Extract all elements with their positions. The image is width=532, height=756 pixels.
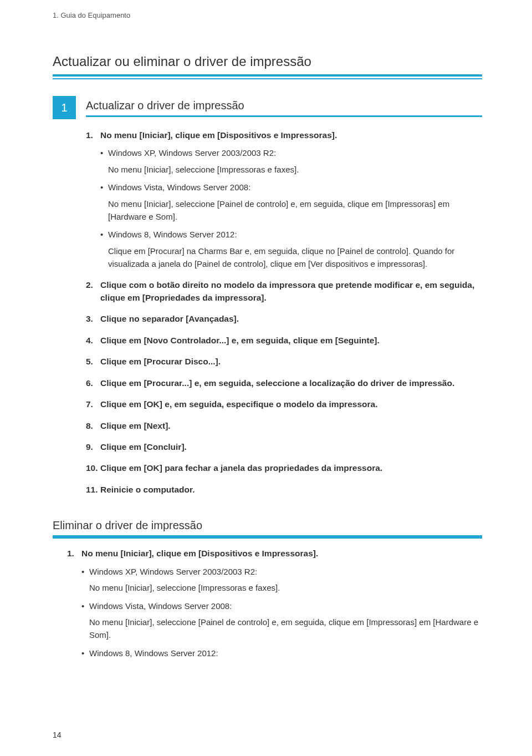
step-7: 7. Clique em [OK] e, em seguida, especif… xyxy=(86,398,482,410)
bullet-vista: •Windows Vista, Windows Server 2008: No … xyxy=(100,181,482,223)
s2-bullet-win8: •Windows 8, Windows Server 2012: xyxy=(81,647,482,660)
chapter-badge: 1 xyxy=(53,96,76,119)
bullet-label: Windows 8, Windows Server 2012: xyxy=(108,229,482,241)
step-text: Clique com o botão direito no modelo da … xyxy=(100,279,482,304)
section2-content: 1. No menu [Iniciar], clique em [Disposi… xyxy=(67,547,482,659)
bullet-body: No menu [Iniciar], seleccione [Painel de… xyxy=(108,197,482,224)
s2-bullet-vista: •Windows Vista, Windows Server 2008: No … xyxy=(81,600,482,642)
bullet-winxp: •Windows XP, Windows Server 2003/2003 R2… xyxy=(100,147,482,176)
step-num: 2. xyxy=(86,279,100,304)
step-9: 9. Clique em [Concluir]. xyxy=(86,441,482,453)
bullet-label: Windows 8, Windows Server 2012: xyxy=(89,647,482,660)
breadcrumb: 1. Guia do Equipamento xyxy=(53,11,482,19)
step-text: Clique em [Procurar...] e, em seguida, s… xyxy=(100,377,482,389)
step-text: Clique em [Novo Controlador...] e, em se… xyxy=(100,334,482,347)
bullet-body: No menu [Iniciar], seleccione [Painel de… xyxy=(89,616,482,642)
bullet-body: No menu [Iniciar], seleccione [Impressor… xyxy=(89,581,482,594)
step-2: 2. Clique com o botão direito no modelo … xyxy=(86,279,482,304)
section1-content: 1. No menu [Iniciar], clique em [Disposi… xyxy=(86,129,482,496)
bullet-icon: • xyxy=(81,566,89,579)
bullet-icon: • xyxy=(81,600,89,613)
s2-bullet-winxp: •Windows XP, Windows Server 2003/2003 R2… xyxy=(81,566,482,595)
step-num: 5. xyxy=(86,356,100,368)
step-num: 7. xyxy=(86,398,100,410)
page-title: Actualizar ou eliminar o driver de impre… xyxy=(53,54,482,77)
step-1: 1. No menu [Iniciar], clique em [Disposi… xyxy=(86,129,482,141)
step-5: 5. Clique em [Procurar Disco...]. xyxy=(86,356,482,368)
step-text: Clique em [Concluir]. xyxy=(100,441,482,453)
step-num: 4. xyxy=(86,334,100,347)
step-6: 6. Clique em [Procurar...] e, em seguida… xyxy=(86,377,482,389)
s2-step-1: 1. No menu [Iniciar], clique em [Disposi… xyxy=(67,547,482,560)
bullet-label: Windows XP, Windows Server 2003/2003 R2: xyxy=(108,147,482,160)
step-text: No menu [Iniciar], clique em [Dispositiv… xyxy=(81,547,482,560)
subsection-underline xyxy=(53,537,482,539)
step-num: 3. xyxy=(86,313,100,325)
bullet-label: Windows Vista, Windows Server 2008: xyxy=(108,181,482,194)
bullet-body: Clique em [Procurar] na Charms Bar e, em… xyxy=(108,245,482,271)
step-num: 1. xyxy=(67,547,81,560)
section-title-delete: Eliminar o driver de impressão xyxy=(53,519,482,537)
step-3: 3. Clique no separador [Avançadas]. xyxy=(86,313,482,325)
section-title-update: Actualizar o driver de impressão xyxy=(86,99,482,117)
bullet-label: Windows Vista, Windows Server 2008: xyxy=(89,600,482,613)
step-10: 10. Clique em [OK] para fechar a janela … xyxy=(86,462,482,474)
bullet-body: No menu [Iniciar], seleccione [Impressor… xyxy=(108,163,482,176)
title-underline xyxy=(53,78,482,79)
step-num: 6. xyxy=(86,377,100,389)
step-text: Reinicie o computador. xyxy=(100,484,482,496)
step-num: 11. xyxy=(86,484,100,496)
step-num: 9. xyxy=(86,441,100,453)
step-num: 1. xyxy=(86,129,100,141)
bullet-icon: • xyxy=(100,229,108,241)
bullet-icon: • xyxy=(100,147,108,160)
step-4: 4. Clique em [Novo Controlador...] e, em… xyxy=(86,334,482,347)
bullet-win8: •Windows 8, Windows Server 2012: Clique … xyxy=(100,229,482,270)
step-text: Clique em [OK] e, em seguida, especifiqu… xyxy=(100,398,482,410)
bullet-label: Windows XP, Windows Server 2003/2003 R2: xyxy=(89,566,482,579)
step-text: Clique em [Procurar Disco...]. xyxy=(100,356,482,368)
step-text: Clique em [Next]. xyxy=(100,420,482,432)
bullet-icon: • xyxy=(100,181,108,194)
step-text: No menu [Iniciar], clique em [Dispositiv… xyxy=(100,129,482,141)
step-text: Clique em [OK] para fechar a janela das … xyxy=(100,462,482,474)
step-text: Clique no separador [Avançadas]. xyxy=(100,313,482,325)
step-num: 8. xyxy=(86,420,100,432)
bullet-icon: • xyxy=(81,647,89,660)
step-8: 8. Clique em [Next]. xyxy=(86,420,482,432)
step-11: 11. Reinicie o computador. xyxy=(86,484,482,496)
page-number: 14 xyxy=(53,730,62,739)
step-num: 10. xyxy=(86,462,100,474)
